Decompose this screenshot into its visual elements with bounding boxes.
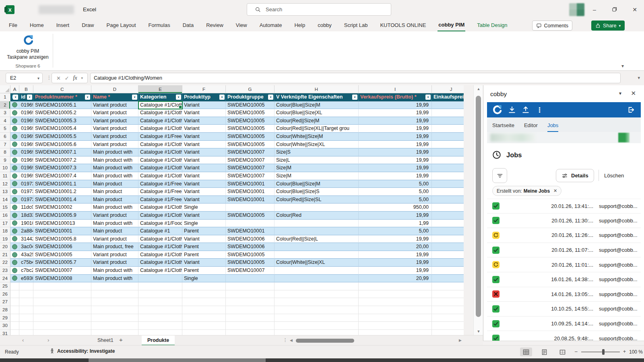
status-dot-cell[interactable] — [10, 125, 19, 133]
status-dot-cell[interactable] — [10, 156, 19, 165]
empty-cell[interactable] — [33, 306, 91, 314]
ribbon-tab-review[interactable]: Review — [205, 20, 224, 31]
status-dot-cell[interactable] — [10, 109, 19, 117]
cell-J10[interactable] — [432, 164, 464, 172]
cell-I18[interactable]: 5,00 — [359, 227, 432, 235]
search-input[interactable]: Search — [247, 3, 391, 16]
cell-F22[interactable]: Variant — [182, 259, 226, 267]
cell-J19[interactable] — [432, 235, 464, 243]
status-dot-cell[interactable] — [10, 220, 19, 228]
panel-tab-jobs[interactable]: Jobs — [547, 122, 558, 132]
share-button[interactable]: Share ▾ — [591, 21, 625, 31]
comments-button[interactable]: Comments — [532, 21, 572, 31]
cell-C11[interactable]: SWDEMO10007.4 — [33, 172, 91, 180]
cell-H22[interactable]: Colour|White||Size|XL — [275, 259, 359, 267]
spreadsheet[interactable]: ABCDEFGHIJ1i▾id▾Produktnummer *▾Name *▾K… — [0, 85, 464, 335]
empty-cell[interactable] — [19, 322, 33, 330]
row-number-17[interactable]: 17 — [0, 220, 10, 228]
cell-B9[interactable]: 01969 — [19, 156, 33, 165]
cell-G22[interactable]: SWDEMO10005 — [226, 259, 275, 267]
empty-cell[interactable] — [91, 282, 138, 290]
cell-H14[interactable]: Colour|Red||Size|SL — [275, 196, 359, 204]
empty-cell[interactable] — [182, 298, 226, 306]
empty-cell[interactable] — [33, 322, 91, 330]
cell-D19[interactable]: Variant product — [91, 235, 138, 243]
cell-D14[interactable]: Main product — [91, 196, 138, 204]
row-number-4[interactable]: 4 — [0, 117, 10, 125]
empty-cell[interactable] — [275, 298, 359, 306]
cell-E21[interactable]: Catalogue #1/Clothing — [138, 251, 182, 259]
status-dot-cell[interactable] — [10, 164, 19, 172]
panel-tab-startseite[interactable]: Startseite — [492, 122, 514, 132]
empty-cell[interactable] — [275, 330, 359, 335]
empty-cell[interactable] — [138, 282, 182, 290]
vertical-scrollbar[interactable]: ▲ ▼ — [473, 85, 483, 335]
empty-cell[interactable] — [33, 314, 91, 322]
cell-H7[interactable]: Colour|White||Size|XL — [275, 141, 359, 149]
row-number-5[interactable]: 5 — [0, 125, 10, 133]
status-dot-cell[interactable] — [10, 212, 19, 220]
row-number-9[interactable]: 9 — [0, 156, 10, 165]
cell-G16[interactable]: SWDEMO10005 — [226, 212, 275, 220]
cell-E14[interactable]: Catalogue #1/Free — [138, 196, 182, 204]
cell-F15[interactable]: Single — [182, 204, 226, 212]
empty-cell[interactable] — [91, 306, 138, 314]
cell-G15[interactable] — [226, 204, 275, 212]
cell-E23[interactable]: Catalogue #1/Clothing — [138, 267, 182, 275]
chip-remove-icon[interactable]: ✕ — [553, 188, 557, 193]
cell-B8[interactable]: 01969 — [19, 148, 33, 156]
scroll-left-icon[interactable]: ◀ — [290, 338, 293, 342]
row-number-8[interactable]: 8 — [0, 148, 10, 156]
row-number-23[interactable]: 23 — [0, 267, 10, 275]
ribbon-tab-data[interactable]: Data — [182, 20, 194, 31]
column-letter-C[interactable]: C — [33, 85, 91, 93]
cell-J15[interactable] — [432, 204, 464, 212]
cell-I23[interactable]: 19,99 — [359, 267, 432, 275]
confirm-entry-icon[interactable]: ✓ — [65, 75, 69, 81]
empty-cell[interactable] — [359, 290, 432, 298]
column-letter-G[interactable]: G — [226, 85, 275, 93]
cell-B3[interactable]: 01969 — [19, 109, 33, 117]
cell-F9[interactable]: Variant — [182, 156, 226, 165]
job-row[interactable]: 20.01.26, 11:01:...support@cobb... — [487, 257, 641, 272]
minimize-button[interactable]: – — [588, 4, 601, 15]
column-header-I[interactable]: Verkaufspreis (Brutto) *▾ — [359, 93, 432, 101]
cell-G10[interactable]: SWDEMO10007 — [226, 164, 275, 172]
page-break-view-button[interactable] — [556, 348, 568, 356]
row-number-19[interactable]: 19 — [0, 235, 10, 243]
status-dot-cell[interactable] — [10, 101, 19, 109]
logout-icon[interactable] — [626, 105, 635, 116]
cell-E4[interactable]: Catalogue #1/Clothing — [138, 117, 182, 125]
row-number-2[interactable]: 2 — [0, 101, 10, 109]
cell-J17[interactable] — [432, 220, 464, 228]
cell-F5[interactable]: Variant — [182, 125, 226, 133]
cell-H18[interactable] — [275, 227, 359, 235]
cell-D5[interactable]: Variant product — [91, 125, 138, 133]
cell-B12[interactable]: 01973 — [19, 180, 33, 188]
empty-cell[interactable] — [10, 282, 19, 290]
empty-cell[interactable] — [138, 290, 182, 298]
cell-F6[interactable]: Variant — [182, 133, 226, 141]
cell-I4[interactable]: 19,99 — [359, 117, 432, 125]
cell-C3[interactable]: SWDEMO10005.2 — [33, 109, 91, 117]
empty-cell[interactable] — [91, 322, 138, 330]
close-button[interactable]: ✕ — [628, 4, 642, 15]
cell-G4[interactable]: SWDEMO10005 — [226, 117, 275, 125]
cell-J11[interactable] — [432, 172, 464, 180]
status-dot-cell[interactable] — [10, 204, 19, 212]
ribbon-tab-automate[interactable]: Automate — [259, 20, 283, 31]
cell-I24[interactable]: 20,99 — [359, 275, 432, 283]
scroll-up-icon[interactable]: ▲ — [474, 87, 483, 91]
empty-cell[interactable] — [91, 290, 138, 298]
empty-cell[interactable] — [182, 306, 226, 314]
cell-D24[interactable]: Main product with — [91, 275, 138, 283]
cell-B19[interactable]: 31442 — [19, 235, 33, 243]
cell-C15[interactable]: SWDEMO10002 — [33, 204, 91, 212]
cell-I7[interactable]: 19,99 — [359, 141, 432, 149]
cell-E9[interactable]: Catalogue #1/Clothing — [138, 156, 182, 165]
cell-H2[interactable]: Colour|Blue||Size|M — [275, 101, 359, 109]
cell-C19[interactable]: SWDEMO10005.8 — [33, 235, 91, 243]
ribbon-tab-home[interactable]: Home — [29, 20, 45, 31]
cell-D21[interactable]: Variant product — [91, 251, 138, 259]
empty-cell[interactable] — [19, 282, 33, 290]
